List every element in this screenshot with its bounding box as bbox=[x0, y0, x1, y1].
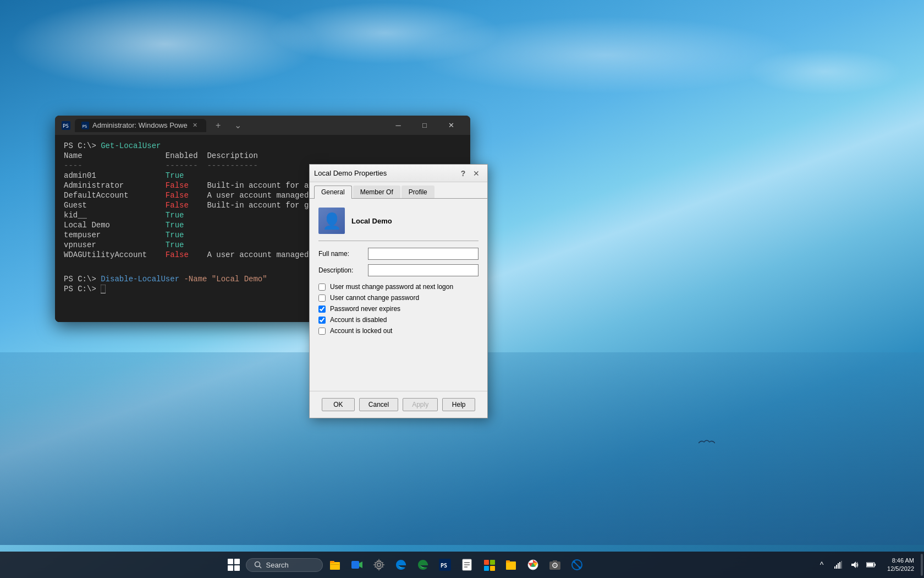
checkbox-account-disabled: Account is disabled bbox=[318, 316, 479, 324]
checkbox-never-expires: Password never expires bbox=[318, 305, 479, 313]
tab-label: Administrator: Windows Powe bbox=[92, 121, 188, 129]
taskbar: Search bbox=[0, 552, 924, 578]
powershell-taskbar-icon: PS bbox=[439, 559, 451, 571]
volume-icon bbox=[850, 560, 859, 569]
account-disabled-label[interactable]: Account is disabled bbox=[330, 316, 387, 324]
taskbar-script-icon[interactable] bbox=[457, 554, 477, 576]
svg-rect-37 bbox=[839, 562, 840, 569]
taskbar-files-icon[interactable] bbox=[325, 554, 345, 576]
help-button[interactable]: Help bbox=[442, 398, 475, 411]
taskbar-explorer-icon[interactable] bbox=[501, 554, 521, 576]
svg-rect-18 bbox=[484, 560, 489, 565]
cannot-change-label[interactable]: User cannot change password bbox=[330, 294, 419, 302]
must-change-label[interactable]: User must change password at next logon bbox=[330, 283, 453, 291]
never-expires-label[interactable]: Password never expires bbox=[330, 305, 400, 313]
full-name-label: Full name: bbox=[318, 250, 368, 258]
search-bar[interactable]: Search bbox=[246, 558, 323, 572]
apply-button[interactable]: Apply bbox=[403, 398, 438, 411]
camera-icon bbox=[549, 559, 561, 571]
tray-up-arrow[interactable]: ^ bbox=[815, 554, 829, 576]
svg-marker-10 bbox=[359, 561, 362, 568]
locked-out-checkbox[interactable] bbox=[318, 328, 326, 335]
network-icon bbox=[834, 560, 843, 569]
taskbar-meet-icon[interactable] bbox=[347, 554, 367, 576]
tab-dropdown-button[interactable]: ⌄ bbox=[230, 118, 246, 133]
new-tab-button[interactable]: + bbox=[211, 118, 226, 133]
full-name-row: Full name: bbox=[318, 248, 479, 260]
full-name-input[interactable] bbox=[368, 248, 479, 260]
svg-point-33 bbox=[579, 566, 581, 569]
system-clock[interactable]: 8:46 AM 12/5/2022 bbox=[883, 557, 919, 574]
svg-rect-22 bbox=[506, 561, 516, 570]
taskbar-edge-icon[interactable] bbox=[391, 554, 411, 576]
file-explorer-icon bbox=[329, 559, 341, 571]
svg-point-11 bbox=[377, 563, 381, 566]
taskbar-edge2-icon[interactable] bbox=[413, 554, 433, 576]
tab-member-of[interactable]: Member Of bbox=[353, 186, 400, 198]
description-row: Description: bbox=[318, 264, 479, 276]
svg-rect-42 bbox=[875, 564, 876, 566]
checkbox-must-change: User must change password at next logon bbox=[318, 283, 479, 291]
window-titlebar[interactable]: PS PS Administrator: Windows Powe ✕ + ⌄ … bbox=[55, 116, 470, 135]
tray-volume-icon[interactable] bbox=[848, 554, 862, 576]
tray-battery-icon[interactable] bbox=[864, 554, 878, 576]
cannot-change-checkbox[interactable] bbox=[318, 295, 326, 302]
must-change-checkbox[interactable] bbox=[318, 283, 326, 291]
svg-marker-39 bbox=[851, 561, 856, 568]
svg-rect-6 bbox=[330, 562, 340, 570]
ok-button[interactable]: OK bbox=[322, 398, 355, 411]
svg-rect-20 bbox=[484, 566, 489, 571]
clock-time: 8:46 AM bbox=[892, 557, 914, 565]
cancel-button[interactable]: Cancel bbox=[359, 398, 398, 411]
search-label: Search bbox=[266, 561, 289, 569]
svg-point-32 bbox=[573, 561, 575, 563]
dialog-help-button[interactable]: ? bbox=[457, 167, 470, 180]
svg-text:PS: PS bbox=[82, 124, 87, 128]
svg-rect-36 bbox=[838, 563, 839, 569]
description-label: Description: bbox=[318, 266, 368, 274]
svg-rect-21 bbox=[490, 566, 495, 571]
window-controls: ─ □ ✕ bbox=[386, 116, 464, 135]
start-button[interactable] bbox=[224, 554, 244, 576]
description-input[interactable] bbox=[368, 264, 479, 276]
spacer bbox=[318, 338, 479, 382]
svg-point-4 bbox=[255, 562, 260, 567]
taskbar-snip-icon[interactable] bbox=[567, 554, 587, 576]
tab-profile[interactable]: Profile bbox=[402, 186, 435, 198]
svg-rect-29 bbox=[553, 560, 557, 562]
taskbar-settings-icon[interactable] bbox=[369, 554, 389, 576]
dialog-body: 👤 Local Demo Full name: Description: Use… bbox=[310, 199, 487, 391]
clock-date: 12/5/2022 bbox=[887, 565, 914, 573]
search-icon bbox=[254, 561, 262, 569]
settings-icon bbox=[373, 559, 385, 571]
never-expires-checkbox[interactable] bbox=[318, 306, 326, 313]
taskbar-chrome-icon[interactable] bbox=[523, 554, 543, 576]
taskbar-ps-icon[interactable]: PS bbox=[435, 554, 455, 576]
locked-out-label[interactable]: Account is locked out bbox=[330, 327, 392, 335]
tab-close-button[interactable]: ✕ bbox=[191, 121, 200, 130]
checkboxes-section: User must change password at next logon … bbox=[318, 283, 479, 335]
tab-ps-icon: PS bbox=[81, 122, 89, 129]
svg-text:PS: PS bbox=[63, 123, 69, 129]
account-disabled-checkbox[interactable] bbox=[318, 317, 326, 324]
tab-general[interactable]: General bbox=[314, 186, 352, 199]
script-icon bbox=[461, 559, 473, 571]
svg-rect-8 bbox=[331, 564, 339, 565]
taskbar-store-icon[interactable] bbox=[479, 554, 499, 576]
close-button[interactable]: ✕ bbox=[438, 116, 464, 135]
dialog-title: Local Demo Properties bbox=[314, 169, 457, 177]
window-tab[interactable]: PS Administrator: Windows Powe ✕ bbox=[75, 119, 206, 132]
meet-icon bbox=[351, 559, 363, 571]
dialog-close-button[interactable]: ✕ bbox=[470, 167, 483, 180]
svg-rect-38 bbox=[841, 561, 842, 569]
ps-header-line: Name Enabled Description bbox=[64, 151, 461, 160]
minimize-button[interactable]: ─ bbox=[386, 116, 411, 135]
maximize-button[interactable]: □ bbox=[412, 116, 437, 135]
dialog-titlebar[interactable]: Local Demo Properties ? ✕ bbox=[310, 165, 487, 182]
tray-network-icon[interactable] bbox=[831, 554, 845, 576]
show-desktop-button[interactable] bbox=[921, 554, 923, 576]
user-avatar-icon: 👤 bbox=[322, 212, 342, 230]
taskbar-left: Search bbox=[0, 554, 810, 576]
taskbar-camera-icon[interactable] bbox=[545, 554, 565, 576]
ps-command: Get-LocalUser bbox=[101, 141, 161, 150]
